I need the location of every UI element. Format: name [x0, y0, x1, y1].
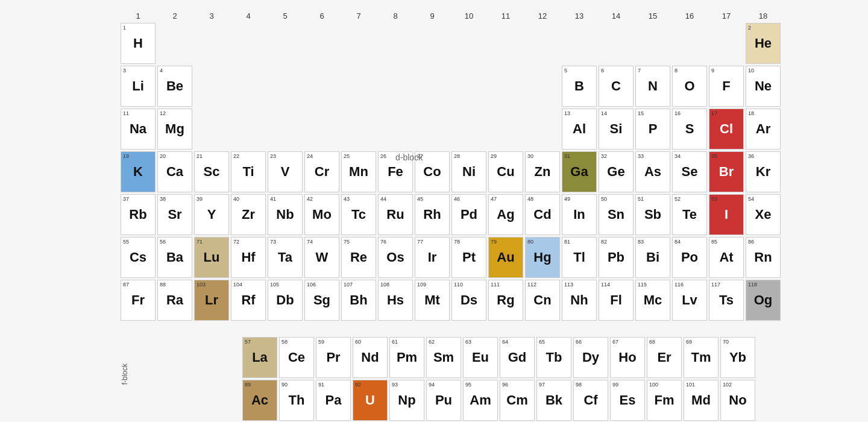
element-Ge[interactable]: 32Ge [599, 151, 634, 192]
element-Es[interactable]: 99Es [610, 380, 645, 421]
element-O[interactable]: 8O [672, 66, 707, 107]
element-Ni[interactable]: 28Ni [451, 151, 486, 192]
element-Ru[interactable]: 44Ru [378, 194, 413, 235]
element-Gd[interactable]: 64Gd [500, 337, 535, 378]
element-No[interactable]: 102No [720, 380, 755, 421]
element-Tl[interactable]: 81Tl [562, 237, 597, 278]
element-Sr[interactable]: 38Sr [157, 194, 192, 235]
element-Ho[interactable]: 67Ho [610, 337, 645, 378]
element-K[interactable]: 19K [121, 151, 156, 192]
element-Sg[interactable]: 106Sg [304, 280, 339, 321]
element-Rb[interactable]: 37Rb [121, 194, 156, 235]
element-La[interactable]: 57La [242, 337, 277, 378]
element-At[interactable]: 85At [709, 237, 744, 278]
element-Nb[interactable]: 41Nb [268, 194, 303, 235]
element-Se[interactable]: 34Se [672, 151, 707, 192]
element-Bk[interactable]: 97Bk [536, 380, 571, 421]
element-Mt[interactable]: 109Mt [415, 280, 450, 321]
element-Tb[interactable]: 65Tb [536, 337, 571, 378]
element-Fl[interactable]: 114Fl [599, 280, 634, 321]
element-Ga[interactable]: 31Ga [562, 151, 597, 192]
element-W[interactable]: 74W [304, 237, 339, 278]
element-Cl[interactable]: 17Cl [709, 109, 744, 150]
element-Cd[interactable]: 48Cd [525, 194, 560, 235]
element-Ar[interactable]: 18Ar [746, 109, 781, 150]
element-Er[interactable]: 68Er [647, 337, 682, 378]
element-Rf[interactable]: 104Rf [231, 280, 266, 321]
element-Cn[interactable]: 112Cn [525, 280, 560, 321]
element-Zr[interactable]: 40Zr [231, 194, 266, 235]
element-Kr[interactable]: 36Kr [746, 151, 781, 192]
element-Ba[interactable]: 56Ba [157, 237, 192, 278]
element-Po[interactable]: 84Po [672, 237, 707, 278]
element-Si[interactable]: 14Si [599, 109, 634, 150]
element-Al[interactable]: 13Al [562, 109, 597, 150]
element-Pd[interactable]: 46Pd [451, 194, 486, 235]
element-Pr[interactable]: 59Pr [316, 337, 351, 378]
element-N[interactable]: 7N [635, 66, 670, 107]
element-Cs[interactable]: 55Cs [121, 237, 156, 278]
element-Rh[interactable]: 45Rh [415, 194, 450, 235]
element-H[interactable]: 1H [121, 23, 156, 64]
element-Rn[interactable]: 86Rn [746, 237, 781, 278]
element-Eu[interactable]: 63Eu [463, 337, 498, 378]
element-Mc[interactable]: 115Mc [635, 280, 670, 321]
element-P[interactable]: 15P [635, 109, 670, 150]
element-Bh[interactable]: 107Bh [341, 280, 376, 321]
element-Yb[interactable]: 70Yb [720, 337, 755, 378]
element-B[interactable]: 5B [562, 66, 597, 107]
element-Fm[interactable]: 100Fm [647, 380, 682, 421]
element-Cr[interactable]: 24Cr [304, 151, 339, 192]
element-Ce[interactable]: 58Ce [279, 337, 314, 378]
element-Mo[interactable]: 42Mo [304, 194, 339, 235]
element-Te[interactable]: 52Te [672, 194, 707, 235]
element-Fe[interactable]: 26Fe [378, 151, 413, 192]
element-Mg[interactable]: 12Mg [157, 109, 192, 150]
element-Hf[interactable]: 72Hf [231, 237, 266, 278]
element-U[interactable]: 92U [353, 380, 388, 421]
element-Bi[interactable]: 83Bi [635, 237, 670, 278]
element-Zn[interactable]: 30Zn [525, 151, 560, 192]
element-Ir[interactable]: 77Ir [415, 237, 450, 278]
element-Lu[interactable]: 71Lu [194, 237, 229, 278]
element-Ca[interactable]: 20Ca [157, 151, 192, 192]
element-Sm[interactable]: 62Sm [426, 337, 461, 378]
element-I[interactable]: 53I [709, 194, 744, 235]
element-Nd[interactable]: 60Nd [353, 337, 388, 378]
element-Nh[interactable]: 113Nh [562, 280, 597, 321]
element-Os[interactable]: 76Os [378, 237, 413, 278]
element-Co[interactable]: 27Co [415, 151, 450, 192]
element-Cm[interactable]: 96Cm [500, 380, 535, 421]
element-Ra[interactable]: 88Ra [157, 280, 192, 321]
element-Pm[interactable]: 61Pm [389, 337, 424, 378]
element-Th[interactable]: 90Th [279, 380, 314, 421]
element-Pb[interactable]: 82Pb [599, 237, 634, 278]
element-Dy[interactable]: 66Dy [573, 337, 608, 378]
element-Pt[interactable]: 78Pt [451, 237, 486, 278]
element-Be[interactable]: 4Be [157, 66, 192, 107]
element-Cu[interactable]: 29Cu [488, 151, 523, 192]
element-Og[interactable]: 118Og [746, 280, 781, 321]
element-Sn[interactable]: 50Sn [599, 194, 634, 235]
element-Xe[interactable]: 54Xe [746, 194, 781, 235]
element-Sb[interactable]: 51Sb [635, 194, 670, 235]
element-He[interactable]: 2He [746, 23, 781, 64]
element-Pa[interactable]: 91Pa [316, 380, 351, 421]
element-Re[interactable]: 75Re [341, 237, 376, 278]
element-Mn[interactable]: 25Mn [341, 151, 376, 192]
element-Ag[interactable]: 47Ag [488, 194, 523, 235]
element-Ne[interactable]: 10Ne [746, 66, 781, 107]
element-Cf[interactable]: 98Cf [573, 380, 608, 421]
element-Na[interactable]: 11Na [121, 109, 156, 150]
element-Sc[interactable]: 21Sc [194, 151, 229, 192]
element-Lv[interactable]: 116Lv [672, 280, 707, 321]
element-F[interactable]: 9F [709, 66, 744, 107]
element-Ta[interactable]: 73Ta [268, 237, 303, 278]
element-Li[interactable]: 3Li [121, 66, 156, 107]
element-Hs[interactable]: 108Hs [378, 280, 413, 321]
element-Ti[interactable]: 22Ti [231, 151, 266, 192]
element-In[interactable]: 49In [562, 194, 597, 235]
element-Tm[interactable]: 69Tm [684, 337, 719, 378]
element-Db[interactable]: 105Db [268, 280, 303, 321]
element-Np[interactable]: 93Np [389, 380, 424, 421]
